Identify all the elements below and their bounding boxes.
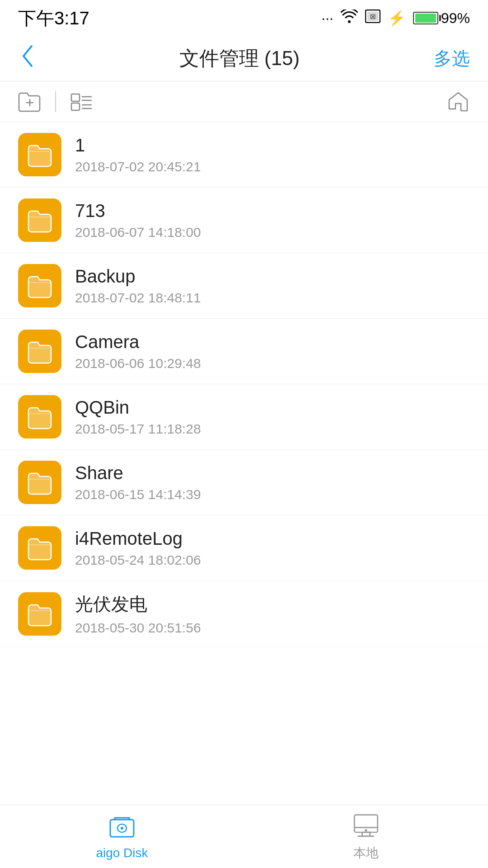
folder-icon [18, 330, 61, 373]
folder-date: 2018-07-02 18:48:11 [75, 290, 201, 306]
folder-date: 2018-05-30 20:51:56 [75, 620, 201, 636]
toolbar-divider [55, 91, 56, 112]
bottom-nav: aigo Disk 本地 [0, 805, 488, 868]
list-view-button[interactable] [70, 91, 93, 112]
battery-container: 99% [413, 10, 470, 27]
folder-date: 2018-07-02 20:45:21 [75, 159, 201, 175]
folder-list: 1 2018-07-02 20:45:21 713 2018-06-07 14:… [0, 122, 488, 805]
multi-select-button[interactable]: 多选 [434, 46, 470, 71]
svg-point-18 [365, 829, 367, 831]
folder-name: Camera [75, 332, 201, 352]
toolbar-right [446, 90, 470, 113]
wifi-icon [341, 9, 358, 27]
folder-name: 光伏发电 [75, 592, 201, 617]
folder-icon [18, 526, 61, 570]
folder-name: Backup [75, 266, 201, 287]
folder-info: i4RemoteLog 2018-05-24 18:02:06 [75, 528, 201, 568]
folder-name: i4RemoteLog [75, 528, 201, 549]
svg-rect-6 [71, 103, 80, 110]
folder-item[interactable]: Share 2018-06-15 14:14:39 [0, 450, 488, 515]
folder-name: 713 [75, 201, 201, 221]
status-icons: ··· ☒ ⚡ 99% [321, 9, 470, 27]
folder-icon [18, 133, 61, 176]
folder-icon [18, 395, 61, 439]
dots-icon: ··· [321, 10, 333, 27]
local-disk-icon [352, 812, 380, 841]
battery-icon [413, 12, 438, 24]
folder-item[interactable]: Camera 2018-06-06 10:29:48 [0, 319, 488, 384]
folder-item[interactable]: i4RemoteLog 2018-05-24 18:02:06 [0, 515, 488, 581]
folder-icon [18, 592, 61, 636]
folder-info: Share 2018-06-15 14:14:39 [75, 463, 201, 502]
lightning-icon: ⚡ [388, 9, 406, 27]
battery-percentage: 99% [441, 10, 470, 27]
folder-icon [18, 198, 61, 242]
folder-icon [18, 461, 61, 504]
folder-info: 713 2018-06-07 14:18:00 [75, 201, 201, 240]
folder-date: 2018-06-07 14:18:00 [75, 225, 201, 240]
toolbar-left [18, 91, 93, 112]
folder-item[interactable]: QQBin 2018-05-17 11:18:28 [0, 384, 488, 450]
cloud-disk-icon [108, 813, 136, 842]
home-button[interactable] [446, 90, 470, 113]
folder-name: QQBin [75, 397, 201, 418]
sim-icon: ☒ [365, 9, 380, 27]
svg-point-13 [121, 827, 123, 830]
toolbar [0, 81, 488, 122]
status-bar: 下午3:17 ··· ☒ ⚡ 99% [0, 0, 488, 36]
svg-text:☒: ☒ [370, 13, 375, 20]
folder-name: Share [75, 463, 201, 483]
page-title: 文件管理 (15) [179, 45, 300, 72]
folder-date: 2018-06-06 10:29:48 [75, 356, 201, 371]
folder-date: 2018-05-17 11:18:28 [75, 421, 201, 437]
folder-name: 1 [75, 135, 201, 156]
folder-info: QQBin 2018-05-17 11:18:28 [75, 397, 201, 437]
folder-item[interactable]: 光伏发电 2018-05-30 20:51:56 [0, 581, 488, 647]
svg-rect-5 [71, 94, 80, 101]
nav-cloud[interactable]: aigo Disk [0, 805, 244, 868]
back-button[interactable] [18, 42, 45, 75]
nav-local[interactable]: 本地 [244, 805, 488, 868]
folder-info: Camera 2018-06-06 10:29:48 [75, 332, 201, 371]
folder-item[interactable]: 713 2018-06-07 14:18:00 [0, 188, 488, 253]
folder-info: 光伏发电 2018-05-30 20:51:56 [75, 592, 201, 636]
folder-icon [18, 264, 61, 307]
folder-item[interactable]: 1 2018-07-02 20:45:21 [0, 122, 488, 188]
local-label: 本地 [353, 844, 379, 862]
folder-info: 1 2018-07-02 20:45:21 [75, 135, 201, 175]
folder-date: 2018-06-15 14:14:39 [75, 487, 201, 502]
new-folder-button[interactable] [18, 91, 42, 112]
status-time: 下午3:17 [18, 6, 89, 31]
main-content: 文件管理 (15) 多选 [0, 36, 488, 805]
folder-item[interactable]: Backup 2018-07-02 18:48:11 [0, 253, 488, 319]
folder-date: 2018-05-24 18:02:06 [75, 552, 201, 568]
cloud-label: aigo Disk [96, 846, 148, 860]
header: 文件管理 (15) 多选 [0, 36, 488, 81]
folder-info: Backup 2018-07-02 18:48:11 [75, 266, 201, 306]
